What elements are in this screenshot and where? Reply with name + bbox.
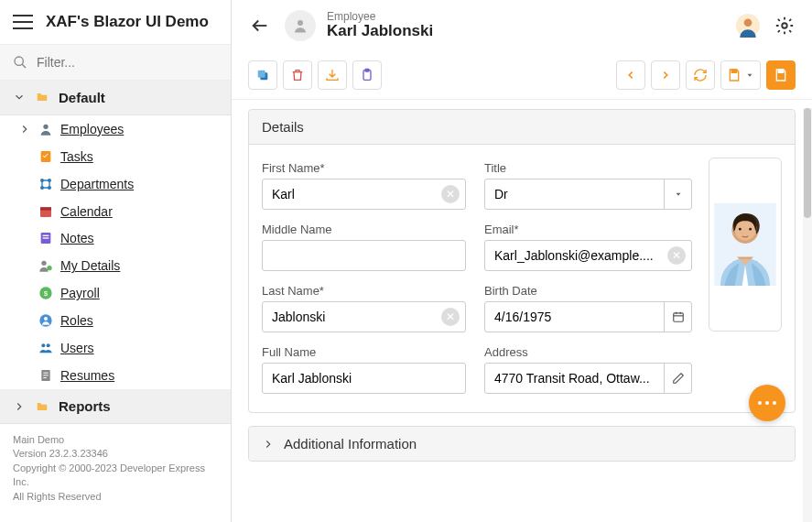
trash-icon bbox=[290, 68, 305, 82]
field-label: Email* bbox=[484, 223, 692, 236]
svg-rect-9 bbox=[40, 207, 51, 210]
scrollbar-thumb[interactable] bbox=[804, 108, 811, 218]
sidebar-item-label: Tasks bbox=[60, 149, 93, 164]
field-label: Address bbox=[484, 345, 692, 359]
clipboard-button[interactable] bbox=[352, 60, 382, 90]
footer-line: Copyright © 2000-2023 Developer Express … bbox=[13, 462, 218, 490]
sidebar-item-mydetails[interactable]: My Details bbox=[0, 252, 231, 279]
refresh-button[interactable] bbox=[686, 60, 715, 90]
sidebar-item-roles[interactable]: Roles bbox=[0, 307, 231, 334]
email-input[interactable] bbox=[485, 248, 667, 263]
first-name-field[interactable]: ✕ bbox=[262, 179, 466, 210]
field-label: Birth Date bbox=[484, 284, 692, 298]
copy-button[interactable] bbox=[248, 60, 277, 90]
breadcrumb: Employee Karl Jablonski bbox=[327, 11, 433, 40]
notes-icon bbox=[38, 231, 53, 245]
filter-row bbox=[0, 44, 231, 81]
main: Employee Karl Jablonski bbox=[232, 0, 812, 522]
save-icon bbox=[727, 68, 742, 82]
dropdown-toggle[interactable] bbox=[664, 179, 691, 209]
last-name-input[interactable] bbox=[263, 310, 441, 324]
svg-line-1 bbox=[22, 64, 26, 68]
sidebar-item-departments[interactable]: Departments bbox=[0, 170, 231, 198]
entity-avatar bbox=[285, 10, 316, 41]
sidebar-item-resumes[interactable]: Resumes bbox=[0, 362, 231, 389]
svg-rect-36 bbox=[778, 70, 783, 72]
svg-point-19 bbox=[41, 344, 45, 348]
svg-text:$: $ bbox=[44, 289, 49, 298]
additional-panel: Additional Information bbox=[248, 426, 796, 462]
date-picker-toggle[interactable] bbox=[664, 302, 691, 332]
full-name-field[interactable] bbox=[262, 363, 466, 394]
svg-point-18 bbox=[44, 317, 48, 321]
settings-button[interactable] bbox=[772, 13, 797, 38]
sidebar-item-calendar[interactable]: Calendar bbox=[0, 198, 231, 225]
app-title: XAF's Blazor UI Demo bbox=[46, 13, 209, 31]
sidebar-item-users[interactable]: Users bbox=[0, 334, 231, 362]
payroll-icon: $ bbox=[38, 286, 53, 300]
user-avatar[interactable] bbox=[735, 13, 761, 38]
title-input[interactable] bbox=[485, 187, 664, 201]
svg-point-13 bbox=[41, 261, 46, 266]
nav-group-default[interactable]: Default bbox=[0, 81, 231, 115]
resumes-icon bbox=[38, 368, 53, 383]
last-name-field[interactable]: ✕ bbox=[262, 301, 466, 332]
clear-icon[interactable]: ✕ bbox=[441, 185, 460, 203]
svg-marker-35 bbox=[748, 74, 752, 77]
sidebar-item-label: Calendar bbox=[60, 204, 113, 219]
additional-panel-header[interactable]: Additional Information bbox=[249, 427, 795, 461]
svg-rect-34 bbox=[731, 70, 736, 72]
sidebar-item-notes[interactable]: Notes bbox=[0, 225, 231, 253]
sidebar-item-tasks[interactable]: Tasks bbox=[0, 143, 231, 170]
chevron-right-icon bbox=[659, 69, 672, 82]
svg-point-26 bbox=[298, 20, 303, 26]
hamburger-icon[interactable] bbox=[13, 15, 33, 29]
prev-button[interactable] bbox=[616, 60, 645, 90]
nav-group-reports[interactable]: Reports bbox=[0, 389, 231, 424]
refresh-icon bbox=[693, 68, 708, 82]
middle-name-field[interactable] bbox=[262, 240, 466, 271]
chevron-right-icon bbox=[13, 400, 26, 413]
sidebar: XAF's Blazor UI Demo Default Employees T… bbox=[0, 0, 232, 522]
birthdate-input[interactable] bbox=[485, 310, 664, 324]
back-button[interactable] bbox=[246, 12, 274, 39]
first-name-input[interactable] bbox=[263, 187, 441, 201]
avatar-icon bbox=[736, 14, 760, 38]
email-field[interactable]: ✕ bbox=[484, 240, 692, 271]
title-field[interactable] bbox=[484, 179, 692, 210]
sidebar-item-label: Payroll bbox=[60, 286, 100, 300]
photo-column bbox=[709, 158, 782, 399]
chevron-right-icon bbox=[18, 123, 31, 136]
scrollbar[interactable] bbox=[803, 108, 812, 522]
entity-name: Karl Jablonski bbox=[327, 23, 433, 40]
fab-button[interactable] bbox=[749, 385, 785, 421]
save-button[interactable] bbox=[766, 60, 796, 90]
middle-name-input[interactable] bbox=[263, 248, 465, 263]
task-icon bbox=[38, 149, 53, 164]
nav-group-label: Reports bbox=[59, 398, 111, 414]
photo-placeholder-icon bbox=[713, 203, 777, 286]
sidebar-item-payroll[interactable]: $ Payroll bbox=[0, 279, 231, 307]
save-icon bbox=[774, 68, 788, 82]
employee-photo[interactable] bbox=[709, 158, 782, 332]
next-button[interactable] bbox=[651, 60, 680, 90]
filter-input[interactable] bbox=[37, 55, 218, 70]
clear-icon[interactable]: ✕ bbox=[441, 308, 460, 326]
export-button[interactable] bbox=[318, 60, 347, 90]
clear-icon[interactable]: ✕ bbox=[667, 246, 686, 265]
svg-rect-33 bbox=[365, 69, 369, 71]
save-dropdown-button[interactable] bbox=[720, 60, 761, 90]
birthdate-field[interactable] bbox=[484, 301, 692, 332]
svg-point-20 bbox=[47, 344, 50, 348]
chevron-right-icon bbox=[262, 438, 275, 451]
delete-button[interactable] bbox=[283, 60, 312, 90]
roles-icon bbox=[38, 313, 53, 328]
edit-address-toggle[interactable] bbox=[664, 364, 691, 393]
address-input[interactable] bbox=[485, 371, 664, 386]
svg-rect-38 bbox=[673, 313, 683, 321]
full-name-input[interactable] bbox=[263, 371, 465, 386]
svg-rect-12 bbox=[43, 238, 49, 239]
sidebar-item-label: Roles bbox=[60, 313, 93, 328]
address-field[interactable] bbox=[484, 363, 692, 394]
sidebar-item-employees[interactable]: Employees bbox=[0, 115, 231, 143]
